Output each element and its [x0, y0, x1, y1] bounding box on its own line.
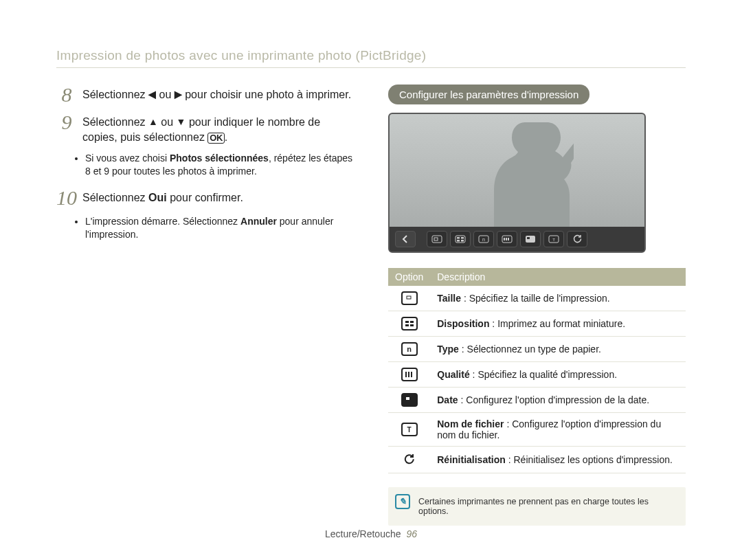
svg-text:T: T	[552, 238, 555, 242]
label: Date	[437, 394, 458, 405]
layout-icon	[401, 317, 418, 331]
section-heading: Configurer les paramètres d'impression	[388, 85, 589, 104]
options-table: Option Description Taille : Spécifiez la…	[388, 268, 686, 473]
desc: : Spécifiez la taille de l'impression.	[461, 293, 610, 304]
svg-rect-1	[434, 238, 438, 240]
step-number: 10	[56, 188, 77, 208]
right-arrow-icon: ▶	[175, 88, 182, 101]
svg-rect-0	[432, 236, 442, 243]
desc: : Spécifiez la qualité d'impression.	[470, 369, 617, 380]
text-bold: Oui	[148, 192, 167, 203]
text: Sélectionnez	[82, 89, 148, 100]
row-icon-cell	[388, 362, 430, 388]
text: Sélectionnez	[82, 192, 148, 203]
step-8: 8 Sélectionnez ◀ ou ▶ pour choisir une p…	[56, 85, 354, 105]
note-box: ✎ Certaines imprimantes ne prennent pas …	[388, 487, 686, 526]
ok-icon: OK	[207, 133, 225, 144]
desc: : Sélectionnez un type de papier.	[459, 344, 601, 355]
step-9: 9 Sélectionnez ▲ ou ▼ pour indiquer le n…	[56, 112, 354, 145]
step-number: 9	[56, 112, 77, 145]
label: Qualité	[437, 369, 469, 380]
date-icon	[401, 393, 418, 407]
text: .	[225, 131, 227, 143]
svg-rect-18	[405, 321, 409, 323]
row-icon-cell: T	[388, 413, 430, 447]
step-10-sub: L'impression démarre. Sélectionnez Annul…	[85, 215, 354, 241]
left-arrow-icon: ◀	[148, 88, 156, 101]
table-row: Qualité : Spécifiez la qualité d'impress…	[388, 362, 686, 388]
row-desc: Nom de fichier : Configurez l'option d'i…	[430, 413, 686, 447]
down-arrow-icon: ▼	[177, 115, 186, 128]
row-icon-cell	[388, 286, 430, 311]
row-desc: Taille : Spécifiez la taille de l'impres…	[430, 286, 686, 311]
step-text: Sélectionnez ◀ ou ▶ pour choisir une pho…	[82, 85, 351, 105]
quality-icon	[401, 368, 418, 381]
substep-item: Si vous avez choisi Photos sélectionnées…	[85, 152, 354, 178]
page-footer: Lecture/Retouche 96	[0, 528, 742, 539]
text: Sélectionnez	[82, 116, 148, 128]
page-title: Impression de photos avec une imprimante…	[56, 48, 686, 68]
svg-rect-10	[504, 238, 505, 240]
text: L'impression démarre. Sélectionnez	[85, 216, 240, 227]
footer-section: Lecture/Retouche	[325, 528, 401, 539]
table-row: Réinitialisation : Réinitialisez les opt…	[388, 447, 686, 473]
svg-rect-11	[506, 238, 507, 240]
row-desc: Qualité : Spécifiez la qualité d'impress…	[430, 362, 686, 388]
steps-column: 8 Sélectionnez ◀ ou ▶ pour choisir une p…	[56, 85, 354, 526]
type-icon[interactable]: n	[473, 231, 494, 247]
text: ou	[158, 116, 177, 128]
svg-rect-19	[410, 321, 414, 323]
desc: : Imprimez au format miniature.	[489, 318, 625, 329]
filename-icon[interactable]: T	[543, 231, 564, 247]
camera-screen: n T	[388, 113, 646, 253]
label: Nom de fichier	[437, 418, 504, 429]
reset-icon[interactable]	[567, 231, 587, 247]
svg-rect-14	[527, 237, 530, 239]
svg-rect-21	[410, 324, 414, 326]
text-bold: Annuler	[240, 216, 277, 227]
desc: : Configurez l'option d'impression de la…	[458, 394, 650, 405]
svg-rect-5	[457, 240, 460, 242]
svg-rect-20	[405, 324, 409, 326]
quality-icon[interactable]	[497, 231, 517, 247]
config-column: Configurer les paramètres d'impression n…	[388, 85, 686, 526]
row-icon-cell: n	[388, 337, 430, 362]
table-row: Disposition : Imprimez au format miniatu…	[388, 311, 686, 337]
reset-icon	[401, 452, 418, 466]
table-row: T Nom de fichier : Configurez l'option d…	[388, 413, 686, 447]
col-option: Option	[388, 268, 430, 286]
substep-item: L'impression démarre. Sélectionnez Annul…	[85, 215, 354, 241]
size-icon	[401, 291, 418, 305]
size-icon[interactable]	[427, 231, 447, 247]
step-text: Sélectionnez Oui pour confirmer.	[82, 188, 243, 208]
text: Si vous avez choisi	[85, 153, 170, 164]
row-desc: Date : Configurez l'option d'impression …	[430, 388, 686, 413]
row-icon-cell	[388, 388, 430, 413]
svg-rect-3	[457, 237, 460, 239]
text-bold: Photos sélectionnées	[170, 153, 269, 164]
info-icon: ✎	[395, 494, 410, 509]
screen-toolbar: n T	[390, 227, 644, 251]
label: Réinitialisation	[437, 454, 506, 465]
table-row: Taille : Spécifiez la taille de l'impres…	[388, 286, 686, 311]
svg-rect-4	[461, 237, 464, 239]
svg-rect-22	[406, 397, 409, 400]
step-10: 10 Sélectionnez Oui pour confirmer.	[56, 188, 354, 208]
step-number: 8	[56, 85, 77, 105]
page-number: 96	[406, 528, 417, 539]
svg-rect-6	[461, 240, 464, 242]
row-desc: Type : Sélectionnez un type de papier.	[430, 337, 686, 362]
label: Disposition	[437, 318, 489, 329]
filename-icon: T	[401, 423, 418, 436]
desc: : Réinitialisez les options d'impression…	[506, 454, 673, 465]
layout-icon[interactable]	[450, 231, 471, 247]
row-desc: Disposition : Imprimez au format miniatu…	[430, 311, 686, 337]
back-icon[interactable]	[395, 231, 416, 247]
text: pour confirmer.	[167, 192, 243, 203]
note-text: Certaines imprimantes ne prennent pas en…	[418, 497, 649, 516]
text: pour choisir une photo à imprimer.	[182, 89, 351, 100]
date-icon[interactable]	[520, 231, 541, 247]
label: Type	[437, 344, 459, 355]
svg-rect-12	[508, 238, 509, 240]
row-desc: Réinitialisation : Réinitialisez les opt…	[430, 447, 686, 473]
